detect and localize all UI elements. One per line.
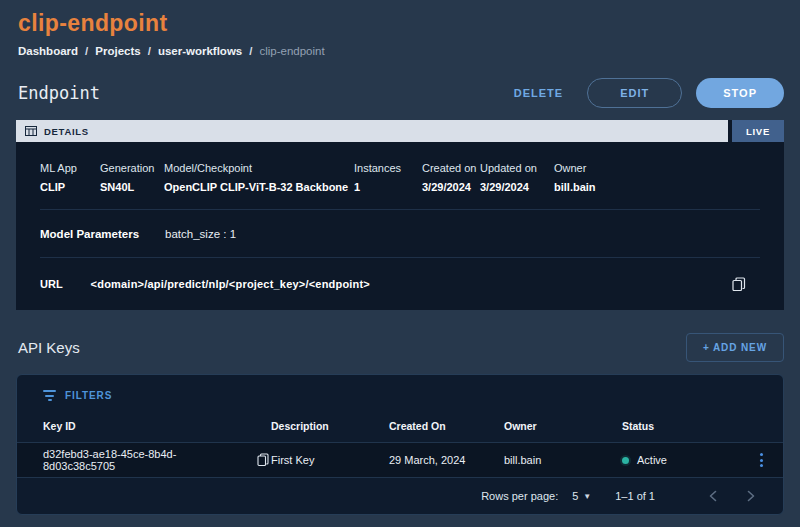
divider — [40, 257, 760, 258]
api-keys-card: FILTERS Key ID Description Created On Ow… — [16, 374, 784, 515]
breadcrumb-separator: / — [148, 45, 151, 57]
breadcrumb-separator: / — [85, 45, 88, 57]
chevron-right-icon — [747, 490, 755, 502]
copy-key-button[interactable] — [255, 451, 271, 469]
breadcrumb-projects[interactable]: Projects — [95, 45, 140, 57]
owner-cell: bill.bain — [504, 454, 622, 466]
column-header-description: Description — [271, 420, 389, 432]
field-value: SN40L — [100, 181, 164, 193]
field-label: Owner — [554, 162, 760, 174]
status-badge: LIVE — [732, 120, 784, 142]
copy-url-button[interactable] — [730, 275, 748, 294]
copy-icon — [732, 277, 746, 292]
field-value: 3/29/2024 — [422, 181, 480, 193]
status-cell: Active — [622, 454, 748, 466]
details-header-bar: DETAILS — [16, 120, 728, 142]
field-owner: Owner bill.bain — [554, 162, 760, 193]
field-value: bill.bain — [554, 181, 760, 193]
endpoint-actions: DELETE EDIT STOP — [504, 78, 784, 108]
table-icon — [25, 126, 37, 136]
filters-label: FILTERS — [65, 390, 112, 401]
url-label: URL — [40, 278, 63, 290]
rows-per-page-select[interactable]: 5 ▼ — [572, 490, 591, 502]
column-header-status: Status — [622, 420, 769, 432]
pagination-range: 1–1 of 1 — [615, 490, 655, 502]
pagination: Rows per page: 5 ▼ 1–1 of 1 — [17, 478, 783, 514]
page-title: clip-endpoint — [16, 8, 784, 38]
add-new-key-button[interactable]: + ADD NEW — [686, 333, 784, 362]
created-on-cell: 29 March, 2024 — [389, 454, 504, 466]
breadcrumb-dashboard[interactable]: Dashboard — [18, 45, 78, 57]
field-model-checkpoint: Model/Checkpoint OpenCLIP CLIP-ViT-B-32 … — [164, 162, 354, 193]
rows-per-page-value: 5 — [572, 490, 578, 502]
column-header-owner: Owner — [504, 420, 622, 432]
model-parameters-label: Model Parameters — [40, 228, 139, 240]
divider — [40, 209, 760, 210]
table-header-row: Key ID Description Created On Owner Stat… — [17, 410, 783, 442]
field-ml-app: ML App CLIP — [40, 162, 100, 193]
api-keys-section-header: API Keys + ADD NEW — [16, 334, 784, 360]
status-value: Active — [637, 454, 667, 466]
field-label: Model/Checkpoint — [164, 162, 354, 174]
endpoint-section-header: Endpoint DELETE EDIT STOP — [16, 78, 784, 108]
details-fields: ML App CLIP Generation SN40L Model/Check… — [40, 162, 760, 193]
chevron-left-icon — [709, 490, 717, 502]
model-parameters-value: batch_size : 1 — [165, 228, 236, 240]
copy-icon — [257, 453, 269, 467]
rows-per-page-label: Rows per page: — [481, 490, 558, 502]
breadcrumb-user-workflows[interactable]: user-workflows — [158, 45, 242, 57]
details-header[interactable]: DETAILS LIVE — [16, 120, 784, 142]
stop-button[interactable]: STOP — [696, 78, 784, 108]
field-value: CLIP — [40, 181, 100, 193]
api-keys-heading: API Keys — [16, 339, 80, 356]
breadcrumb-current: clip-endpoint — [259, 45, 324, 57]
edit-button[interactable]: EDIT — [587, 78, 682, 108]
field-created-on: Created on 3/29/2024 — [422, 162, 480, 193]
field-label: Created on — [422, 162, 480, 174]
breadcrumb: Dashboard / Projects / user-workflows / … — [16, 43, 784, 58]
table-row: d32febd3-ae18-45ce-8b4d-8d03c38c5705 Fir… — [17, 442, 783, 478]
description-cell: First Key — [271, 454, 389, 466]
field-generation: Generation SN40L — [100, 162, 164, 193]
field-label: Updated on — [480, 162, 554, 174]
row-menu-kebab-icon[interactable] — [754, 449, 769, 471]
endpoint-heading: Endpoint — [16, 83, 100, 103]
column-header-key-id: Key ID — [43, 420, 271, 432]
details-card: DETAILS LIVE ML App CLIP Generation SN40… — [16, 120, 784, 310]
breadcrumb-separator: / — [249, 45, 252, 57]
field-updated-on: Updated on 3/29/2024 — [480, 162, 554, 193]
key-id-value: d32febd3-ae18-45ce-8b4d-8d03c38c5705 — [43, 448, 248, 472]
field-value: 1 — [354, 181, 422, 193]
column-header-created-on: Created On — [389, 420, 504, 432]
next-page-button[interactable] — [741, 488, 761, 504]
filters-button[interactable]: FILTERS — [17, 375, 127, 410]
filter-icon — [43, 390, 56, 401]
details-body: ML App CLIP Generation SN40L Model/Check… — [16, 142, 784, 310]
field-value: 3/29/2024 — [480, 181, 554, 193]
chevron-down-icon: ▼ — [583, 492, 591, 501]
url-row: URL <domain>/api/predict/nlp/<project_ke… — [40, 274, 760, 294]
model-parameters-row: Model Parameters batch_size : 1 — [40, 226, 760, 241]
key-id-cell: d32febd3-ae18-45ce-8b4d-8d03c38c5705 — [43, 448, 271, 472]
field-value: OpenCLIP CLIP-ViT-B-32 Backbone — [164, 181, 354, 193]
delete-button[interactable]: DELETE — [504, 81, 573, 105]
field-label: ML App — [40, 162, 100, 174]
field-instances: Instances 1 — [354, 162, 422, 193]
details-header-label: DETAILS — [44, 126, 89, 137]
status-dot-icon — [622, 457, 629, 464]
previous-page-button[interactable] — [703, 488, 723, 504]
page: clip-endpoint Dashboard / Projects / use… — [0, 0, 800, 515]
url-value: <domain>/api/predict/nlp/<project_key>/<… — [91, 278, 370, 290]
field-label: Instances — [354, 162, 422, 174]
field-label: Generation — [100, 162, 164, 174]
